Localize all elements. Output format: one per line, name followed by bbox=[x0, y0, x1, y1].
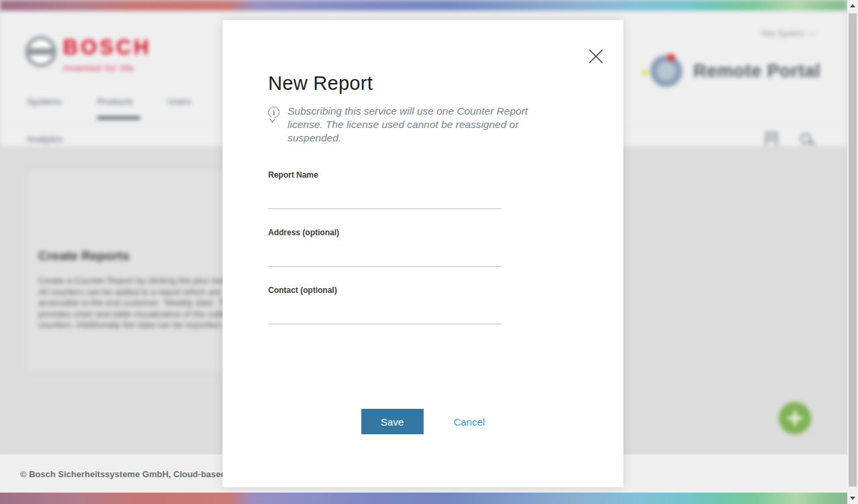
portal-brand: Remote Portal bbox=[650, 55, 820, 87]
subnav-item-analytics[interactable]: Analytics bbox=[27, 134, 63, 144]
active-tab-indicator bbox=[97, 117, 140, 119]
remote-portal-app: BOSCH Invented for life Test System Remo… bbox=[0, 0, 858, 504]
scroll-down-button[interactable] bbox=[847, 493, 858, 504]
modal-actions: Save Cancel bbox=[223, 409, 623, 434]
icon-red-dot bbox=[668, 54, 675, 61]
browser-scrollbar[interactable] bbox=[847, 0, 858, 504]
modal-title: New Report bbox=[268, 72, 373, 94]
cancel-button[interactable]: Cancel bbox=[454, 416, 485, 428]
bosch-supergraphic-top bbox=[0, 0, 847, 11]
scrollbar-thumb[interactable] bbox=[849, 13, 857, 487]
bosch-anchor-icon bbox=[25, 36, 56, 67]
address-label: Address (optional) bbox=[268, 228, 501, 237]
card-title: Create Reports bbox=[38, 249, 129, 263]
bosch-supergraphic-bottom bbox=[0, 493, 847, 504]
nav-item-systems[interactable]: Systems bbox=[27, 97, 62, 107]
license-info-note: i Subscribing this service will use one … bbox=[268, 105, 550, 145]
close-icon[interactable] bbox=[587, 48, 605, 65]
report-name-label: Report Name bbox=[268, 170, 501, 180]
address-input[interactable] bbox=[268, 243, 501, 267]
contact-field-group: Contact (optional) bbox=[268, 286, 501, 324]
system-selector-dropdown[interactable]: Test System bbox=[761, 29, 815, 38]
bosch-logo: BOSCH Invented for life bbox=[25, 36, 151, 73]
chevron-down-icon bbox=[808, 28, 816, 36]
contact-input[interactable] bbox=[268, 300, 501, 324]
scroll-up-button[interactable] bbox=[847, 0, 858, 11]
bosch-tagline: Invented for life bbox=[63, 63, 151, 73]
icon-yellow-dot bbox=[642, 70, 648, 76]
nav-item-users[interactable]: Users bbox=[168, 97, 191, 107]
system-selector-label: Test System bbox=[761, 29, 804, 38]
add-report-fab[interactable] bbox=[779, 402, 811, 434]
new-report-modal: New Report i Subscribing this service wi… bbox=[223, 20, 623, 487]
bosch-wordmark: BOSCH bbox=[63, 36, 151, 59]
contact-label: Contact (optional) bbox=[268, 286, 501, 295]
address-field-group: Address (optional) bbox=[268, 228, 501, 267]
copyright-text: © Bosch Sicherheitssysteme GmbH, Cloud-b… bbox=[20, 469, 243, 479]
triangle-up-icon bbox=[850, 4, 855, 7]
report-name-field-group: Report Name bbox=[268, 170, 501, 209]
report-name-input[interactable] bbox=[268, 185, 501, 209]
info-text: Subscribing this service will use one Co… bbox=[288, 105, 546, 145]
remote-portal-icon bbox=[650, 55, 682, 87]
nav-item-products[interactable]: Products bbox=[97, 97, 133, 107]
info-icon: i bbox=[268, 107, 280, 118]
triangle-down-icon bbox=[850, 497, 855, 500]
portal-title: Remote Portal bbox=[693, 61, 820, 82]
save-button[interactable]: Save bbox=[361, 409, 424, 434]
